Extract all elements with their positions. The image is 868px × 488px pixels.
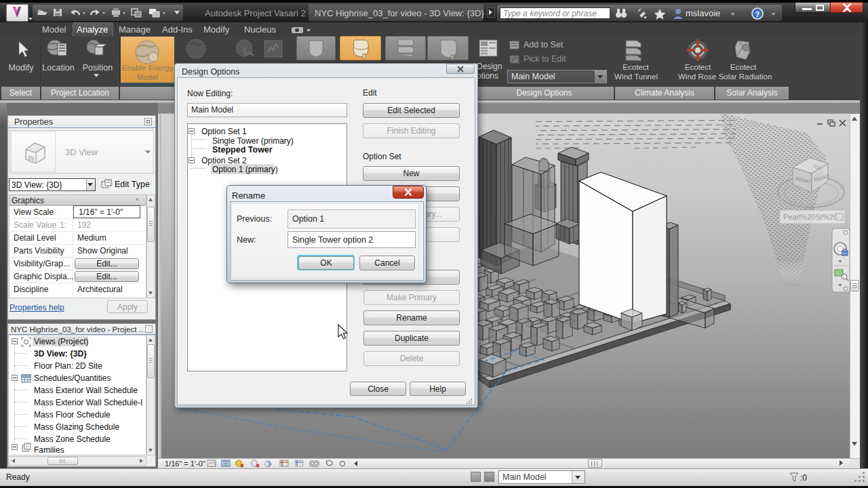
svg-text:mslavoie: mslavoie [686,8,720,18]
svg-text::0: :0 [800,473,807,483]
svg-text:Pearl%20St%20: Pearl%20St%20 [783,213,837,221]
svg-text:?: ? [755,10,760,18]
